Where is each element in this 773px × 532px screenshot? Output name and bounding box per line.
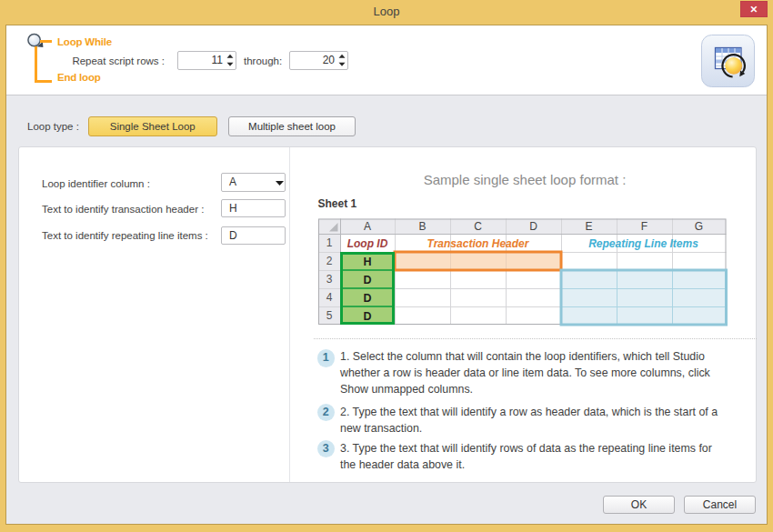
svg-text:D: D	[363, 310, 371, 323]
svg-text:1: 1	[326, 236, 333, 249]
svg-text:G: G	[695, 220, 703, 233]
svg-text:E: E	[585, 220, 592, 233]
svg-text:3: 3	[326, 273, 333, 286]
svg-text:D: D	[529, 220, 537, 233]
svg-text:D: D	[363, 274, 371, 286]
svg-text:C: C	[474, 220, 482, 233]
svg-text:Loop ID: Loop ID	[347, 237, 388, 250]
svg-text:F: F	[641, 220, 648, 233]
svg-text:B: B	[418, 220, 426, 233]
svg-text:Transaction Header: Transaction Header	[427, 237, 530, 250]
svg-text:4: 4	[326, 291, 333, 304]
svg-text:5: 5	[326, 309, 333, 322]
svg-text:Repeating Line Items: Repeating Line Items	[588, 237, 698, 250]
svg-text:H: H	[363, 256, 371, 268]
svg-text:A: A	[364, 220, 371, 233]
svg-text:2: 2	[326, 255, 333, 267]
svg-text:D: D	[363, 292, 371, 305]
